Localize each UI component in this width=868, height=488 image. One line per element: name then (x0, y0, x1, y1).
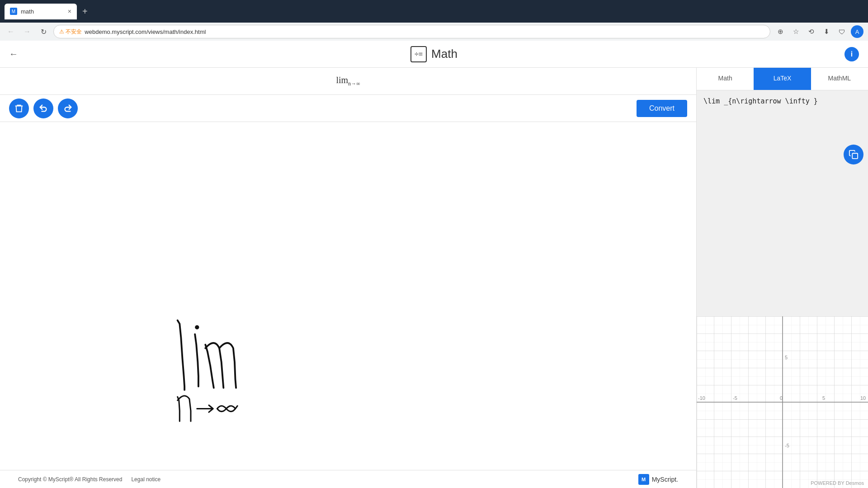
right-panel: Math LaTeX MathML \lim _{n\rightarrow \i… (696, 68, 868, 488)
new-tab-button[interactable]: + (79, 6, 91, 17)
recognition-bar: limn→∞ (0, 68, 696, 95)
nav-extras: ⊕ ☆ ⟲ ⬇ 🛡 A (774, 25, 863, 38)
redo-button[interactable] (58, 99, 78, 118)
security-warning: ⚠ 不安全 (59, 28, 82, 36)
latex-output: \lim _{n\rightarrow \infty } (703, 97, 818, 105)
tab-title: math (21, 8, 34, 15)
svg-rect-0 (852, 153, 858, 159)
canvas-area: limn→∞ (0, 68, 696, 488)
footer: Copyright © MyScript® All Rights Reserve… (0, 470, 696, 488)
powered-by: POWERED BY Desmos (811, 480, 864, 486)
main-content: limn→∞ (0, 68, 868, 488)
app-header: ← ÷= Math i (0, 41, 868, 68)
formula-subscript: n→∞ (348, 80, 360, 87)
svg-text:5: 5 (822, 395, 825, 401)
logo-icon: M (638, 474, 649, 485)
svg-text:5: 5 (785, 355, 788, 360)
panel-content: \lim _{n\rightarrow \infty } (697, 90, 868, 316)
app-container: ← ÷= Math i limn→∞ (0, 41, 868, 488)
undo-button[interactable] (33, 99, 53, 118)
legal-notice-link[interactable]: Legal notice (131, 476, 160, 483)
app-back-button[interactable]: ← (9, 49, 18, 59)
convert-button[interactable]: Convert (637, 100, 687, 117)
copy-button[interactable] (844, 145, 863, 164)
drawing-canvas[interactable] (0, 122, 696, 470)
i-dot (195, 325, 199, 329)
delete-button[interactable] (9, 99, 29, 118)
tab-latex[interactable]: LaTeX (754, 68, 811, 90)
profile-button[interactable]: A (851, 25, 863, 38)
browser-chrome: M math × + (0, 0, 868, 23)
copy-icon (849, 150, 859, 160)
handwriting-canvas[interactable] (0, 122, 696, 470)
footer-links: Copyright © MyScript® All Rights Reserve… (18, 476, 160, 483)
history-button[interactable]: ⟲ (805, 25, 817, 38)
back-button[interactable]: ← (5, 25, 17, 38)
extensions-button[interactable]: ⊕ (774, 25, 787, 38)
svg-text:10: 10 (860, 395, 866, 401)
address-bar[interactable]: ⚠ 不安全 webdemo.myscript.com/views/math/in… (53, 25, 770, 38)
graph-area: -10 -5 0 5 10 5 -5 POWERED BY Desmos (697, 316, 868, 488)
browser-tab[interactable]: M math × (5, 4, 77, 19)
url-display: webdemo.myscript.com/views/math/index.ht… (85, 28, 206, 35)
copyright-text: Copyright © MyScript® All Rights Reserve… (18, 476, 122, 483)
brand-name: MyScript. (652, 476, 678, 483)
undo-icon (38, 103, 48, 113)
tab-mathml[interactable]: MathML (811, 68, 868, 90)
forward-button[interactable]: → (21, 25, 33, 38)
info-button[interactable]: i (844, 47, 859, 61)
redo-icon (63, 103, 73, 113)
nav-bar: ← → ↻ ⚠ 不安全 webdemo.myscript.com/views/m… (0, 23, 868, 41)
myscript-logo: M MyScript. (638, 474, 678, 485)
trash-icon (14, 103, 24, 113)
tab-math[interactable]: Math (697, 68, 754, 90)
toolbar: Convert (0, 95, 696, 122)
tab-bar: M math × + (5, 4, 91, 19)
panel-tabs: Math LaTeX MathML (697, 68, 868, 90)
tab-favicon: M (10, 8, 17, 15)
app-icon: ÷= (410, 46, 427, 62)
downloads-button[interactable]: ⬇ (820, 25, 833, 38)
graph-svg: -10 -5 0 5 10 5 -5 (697, 316, 868, 488)
refresh-button[interactable]: ↻ (37, 25, 50, 38)
svg-text:-5: -5 (733, 395, 737, 401)
formula-display: limn→∞ (336, 75, 360, 87)
bookmarks-button[interactable]: ☆ (789, 25, 802, 38)
security-button[interactable]: 🛡 (835, 25, 848, 38)
svg-text:-10: -10 (698, 395, 705, 401)
close-tab-button[interactable]: × (68, 8, 71, 15)
app-title-text: Math (431, 47, 458, 61)
app-title: ÷= Math (410, 46, 458, 62)
svg-text:-5: -5 (785, 443, 789, 448)
svg-text:0: 0 (780, 395, 783, 401)
